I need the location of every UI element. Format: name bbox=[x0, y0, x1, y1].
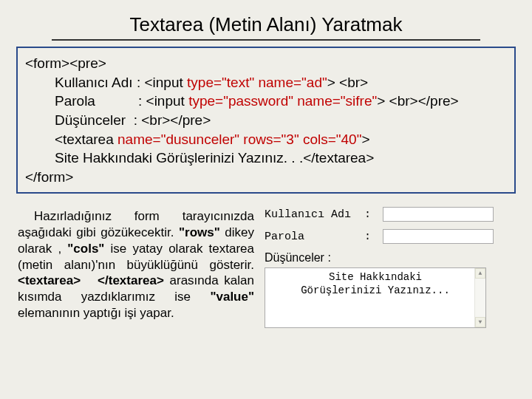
code-line: </form> bbox=[25, 168, 507, 187]
code-text: Parola : <input bbox=[55, 93, 188, 109]
username-label: Kullanıcı Adı : bbox=[265, 208, 383, 221]
value-keyword: "value" bbox=[210, 290, 254, 304]
textarea-content-line: Görüşlerinizi Yazınız... bbox=[270, 284, 481, 298]
password-input[interactable] bbox=[383, 229, 494, 244]
code-line: Parola : <input type="password" name="si… bbox=[25, 92, 507, 111]
page-title: Textarea (Metin Alanı) Yaratmak bbox=[52, 13, 480, 41]
textarea-close-keyword: </textarea> bbox=[98, 273, 164, 287]
scroll-up-icon[interactable]: ▲ bbox=[475, 268, 485, 279]
password-label: Parola : bbox=[265, 231, 383, 243]
textarea-open-keyword: <textarea> bbox=[18, 273, 81, 287]
para-text: elemanının yaptığı işi yapar. bbox=[18, 306, 174, 320]
explanation-paragraph: Hazırladığınız form tarayıcınızda aşağıd… bbox=[18, 204, 254, 328]
thoughts-textarea[interactable]: Site Hakkındaki Görüşlerinizi Yazınız...… bbox=[265, 267, 486, 328]
scroll-down-icon[interactable]: ▼ bbox=[475, 317, 485, 327]
form-preview: Kullanıcı Adı : Parola : Düşünceler : Si… bbox=[265, 204, 514, 328]
cols-keyword: "cols" bbox=[67, 242, 104, 256]
code-text: > <br> bbox=[327, 75, 368, 90]
username-input[interactable] bbox=[383, 207, 494, 222]
preview-row-pass: Parola : bbox=[265, 229, 514, 244]
code-line: Site Hakkındaki Görüşlerinizi Yazınız. .… bbox=[25, 149, 507, 168]
code-attr: type="text" name="ad" bbox=[187, 75, 327, 90]
code-line: Kullanıcı Adı : <input type="text" name=… bbox=[25, 73, 507, 92]
code-line: Düşünceler : <br></pre> bbox=[25, 111, 507, 130]
code-line: <form><pre> bbox=[25, 54, 507, 73]
textarea-content-line: Site Hakkındaki bbox=[270, 271, 481, 284]
code-attr: name="dusunceler" rows="3" cols="40" bbox=[117, 132, 361, 147]
code-sample-box: <form><pre> Kullanıcı Adı : <input type=… bbox=[16, 47, 516, 194]
rows-keyword: "rows" bbox=[179, 225, 220, 239]
scrollbar[interactable]: ▲ ▼ bbox=[474, 268, 485, 327]
code-line: <textarea name="dusunceler" rows="3" col… bbox=[25, 130, 507, 149]
code-text: > <br></pre> bbox=[377, 93, 458, 109]
preview-row-user: Kullanıcı Adı : bbox=[265, 207, 514, 222]
code-text: > bbox=[361, 132, 369, 147]
code-attr: type="password" name="sifre" bbox=[188, 93, 377, 109]
thoughts-label: Düşünceler : bbox=[265, 251, 514, 265]
code-text: <textarea bbox=[55, 132, 117, 147]
code-text: Kullanıcı Adı : <input bbox=[55, 75, 187, 90]
